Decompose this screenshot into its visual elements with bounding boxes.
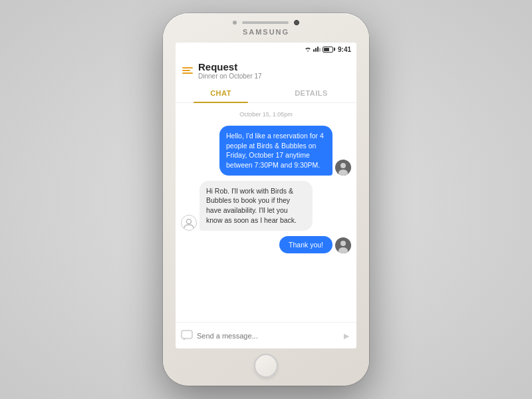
message-row-sent-2: Thank you! — [181, 236, 351, 254]
header-text: Request Dinner on October 17 — [198, 61, 350, 80]
speaker — [242, 21, 289, 24]
header-subtitle: Dinner on October 17 — [198, 72, 350, 80]
input-bar: ► — [176, 322, 356, 348]
bubble-sent-1: Hello, I'd like a reservation for 4 peop… — [219, 126, 332, 176]
battery-icon — [323, 47, 333, 53]
svg-point-6 — [340, 241, 346, 246]
header-title: Request — [198, 61, 350, 72]
signal-icon — [313, 47, 321, 52]
avatar-sent-1 — [335, 160, 351, 176]
menu-line-3 — [182, 72, 193, 74]
date-label: October 15, 1:05pm — [181, 111, 351, 118]
wifi-icon — [305, 47, 311, 52]
tab-chat[interactable]: CHAT — [176, 84, 266, 102]
svg-rect-8 — [182, 331, 192, 338]
message-row-sent-1: Hello, I'd like a reservation for 4 peop… — [181, 126, 351, 176]
avatar-sent-2 — [335, 237, 351, 253]
status-time: 9:41 — [338, 46, 351, 53]
svg-point-4 — [187, 219, 192, 223]
battery-fill — [324, 48, 329, 51]
tabs: CHAT DETAILS — [176, 84, 356, 103]
svg-point-2 — [340, 163, 346, 168]
avatar-received-1 — [181, 215, 197, 231]
phone-screen: 9:41 Request Dinner on October 17 CHAT D… — [176, 43, 356, 348]
status-bar: 9:41 — [176, 43, 356, 56]
bubble-received-1: Hi Rob. I'll work with Birds & Bubbles t… — [200, 181, 313, 231]
phone-brand-label: SAMSUNG — [243, 28, 289, 36]
send-icon[interactable]: ► — [342, 331, 351, 341]
bubble-sent-2: Thank you! — [279, 236, 332, 254]
status-icons: 9:41 — [305, 46, 351, 53]
chat-bubble-icon — [181, 330, 193, 342]
svg-point-0 — [307, 51, 309, 52]
app-header: Request Dinner on October 17 — [176, 56, 356, 80]
menu-line-1 — [182, 67, 193, 68]
home-button[interactable] — [254, 354, 278, 378]
menu-line-2 — [182, 70, 190, 71]
front-camera — [294, 20, 299, 25]
tab-details[interactable]: DETAILS — [266, 84, 356, 102]
phone-bottom — [163, 348, 369, 386]
message-input[interactable] — [197, 332, 338, 340]
menu-icon[interactable] — [182, 67, 193, 74]
phone-top: SAMSUNG — [163, 13, 369, 40]
chat-area: October 15, 1:05pm Hello, I'd like a res… — [176, 103, 356, 322]
message-row-received-1: Hi Rob. I'll work with Birds & Bubbles t… — [181, 181, 351, 231]
phone-device: SAMSUNG — [163, 13, 369, 386]
sensor-dot-left — [233, 21, 237, 25]
